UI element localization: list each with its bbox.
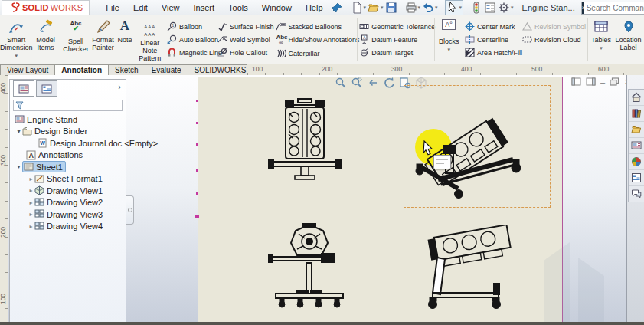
undo-caret[interactable]: ▾ (435, 5, 438, 11)
previous-view-icon[interactable] (367, 77, 379, 89)
geometric-tolerance-button[interactable]: Geometric Tolerance (359, 21, 433, 31)
blocks-caret[interactable] (447, 45, 450, 54)
tree-item-drawing-view2[interactable]: Drawing View2 (10, 197, 126, 209)
open-document-caret[interactable]: ▾ (381, 5, 384, 11)
panel-expand-chevron[interactable] (118, 82, 121, 91)
blocks-button[interactable]: A° Blocks (436, 15, 461, 54)
model-items-button[interactable]: Model Items (33, 15, 59, 51)
tree-item-sheet-format1[interactable]: Sheet Format1 (10, 173, 126, 185)
collapse-arrow-icon[interactable] (28, 187, 34, 194)
auto-balloon-button[interactable]: Auto Balloon (167, 34, 217, 44)
doc-minimize-button[interactable] (600, 77, 605, 87)
drawing-view-3[interactable] (268, 223, 352, 309)
collapse-arrow-icon[interactable] (28, 176, 34, 182)
tab-evaluate[interactable]: Evaluate (145, 64, 188, 75)
search-input[interactable] (584, 3, 644, 13)
collapse-pane-right-icon[interactable] (586, 77, 596, 86)
menu-view[interactable]: View (155, 2, 187, 14)
tree-item-engine-stand[interactable]: Engine Stand (10, 113, 126, 126)
tree-item-drawing-view1[interactable]: Drawing View1 (10, 185, 126, 197)
tree-item-sheet1[interactable]: Sheet1 (10, 161, 126, 173)
zoom-to-area-icon[interactable] (351, 77, 363, 89)
spell-checker-button[interactable]: Abc✔ Spell Checker (62, 15, 90, 53)
new-document-caret[interactable]: ▾ (364, 5, 367, 11)
pin-menu-icon[interactable] (330, 1, 344, 15)
property-manager-tab[interactable] (36, 80, 57, 97)
smart-dimension-caret[interactable] (15, 51, 18, 60)
tree-item-drawing-view3[interactable]: Drawing View3 (10, 208, 126, 221)
new-document-button[interactable]: ▾ (350, 1, 368, 15)
collapse-pane-left-icon[interactable] (571, 77, 581, 86)
expand-arrow-icon[interactable] (15, 163, 22, 170)
hide-show-annotations-button[interactable]: Abc∞ Hide/Show Annotations (276, 34, 355, 45)
view-palette-tab[interactable] (629, 138, 644, 154)
magnetic-line-icon (167, 48, 177, 57)
revision-cloud-button[interactable]: Revision Cloud (522, 34, 586, 44)
tree-item-drawing-view4[interactable]: Drawing View4 (10, 221, 126, 233)
appearances-scenes-tab[interactable] (629, 154, 644, 170)
centerline-button[interactable]: Centerline (465, 34, 522, 44)
custom-properties-tab[interactable] (629, 170, 644, 186)
tree-item-design-binder[interactable]: Design Binder (10, 126, 126, 138)
tables-button[interactable]: Tables (590, 15, 613, 52)
menu-tools[interactable]: Tools (221, 2, 255, 14)
search-commands-box[interactable]: › ▾ (581, 2, 644, 15)
menu-help[interactable]: Help (299, 2, 330, 14)
format-painter-button[interactable]: Format Painter (90, 15, 117, 51)
tree-filter-box[interactable] (13, 100, 123, 111)
area-hatch-fill-button[interactable]: Area Hatch/Fill (465, 48, 522, 57)
tab-annotation[interactable]: Annotation (54, 64, 109, 75)
options-caret[interactable]: ▾ (511, 5, 514, 11)
print-caret[interactable]: ▾ (418, 5, 421, 11)
collapse-arrow-icon[interactable] (28, 211, 34, 218)
rotate-view-icon[interactable] (383, 77, 395, 89)
display-settings-button[interactable] (483, 1, 497, 15)
tab-view-layout[interactable]: View Layout (0, 64, 55, 75)
surface-finish-button[interactable]: Surface Finish (217, 21, 276, 31)
drawing-view-1[interactable] (267, 97, 342, 183)
tree-item-design-journal[interactable]: W Design Journal.doc <Empty> (10, 137, 126, 149)
doc-restore-button[interactable] (610, 77, 619, 86)
tables-caret[interactable] (600, 44, 603, 52)
balloon-button[interactable]: 1 Balloon (167, 21, 217, 31)
featuremanager-tree-tab[interactable] (13, 80, 34, 97)
collapse-arrow-icon[interactable] (28, 223, 34, 230)
smart-dimension-button[interactable]: Smart Dimension (0, 15, 33, 60)
expand-arrow-icon[interactable] (15, 128, 22, 135)
zoom-to-fit-icon[interactable] (335, 77, 347, 89)
weld-symbol-button[interactable]: Weld Symbol (217, 34, 276, 44)
print-button[interactable]: ▾ (404, 1, 422, 15)
datum-group: Geometric Tolerance A Datum Feature Datu… (359, 15, 433, 57)
location-label-button[interactable]: Location Label (613, 15, 644, 51)
drawing-view-4[interactable] (416, 225, 519, 311)
tab-sketch[interactable]: Sketch (108, 64, 145, 75)
linear-note-pattern-button[interactable]: AAAAAA Linear Note Pattern (133, 15, 167, 71)
save-button[interactable] (384, 1, 398, 15)
options-gear-button[interactable]: ▾ (497, 1, 515, 15)
file-explorer-tab[interactable] (629, 122, 644, 138)
menu-insert[interactable]: Insert (187, 2, 222, 14)
datum-target-button[interactable]: Datum Target (359, 48, 433, 57)
magnetic-line-button[interactable]: Magnetic Line (167, 48, 217, 57)
menu-edit[interactable]: Edit (126, 2, 155, 14)
hole-callout-button[interactable]: Hole Callout (217, 48, 276, 57)
design-library-tab[interactable] (629, 106, 644, 122)
note-button[interactable]: A Note (116, 15, 132, 44)
datum-feature-button[interactable]: A Datum Feature (359, 34, 433, 44)
menu-file[interactable]: File (99, 2, 126, 14)
menu-window[interactable]: Window (255, 2, 299, 14)
undo-button[interactable]: ▾ (421, 1, 439, 15)
tree-item-annotations[interactable]: A Annotations (10, 149, 126, 162)
panel-splitter-handle[interactable] (126, 195, 134, 225)
select-tool-button[interactable]: ▾ (445, 0, 464, 15)
tree-item-label: Sheet1 (36, 162, 63, 172)
rebuild-button[interactable] (469, 1, 483, 15)
center-mark-button[interactable]: Center Mark (465, 21, 522, 31)
stacked-balloons-button[interactable]: Stacked Balloons (276, 21, 355, 31)
solidworks-resources-tab[interactable] (629, 90, 644, 106)
select-tool-caret[interactable]: ▾ (459, 5, 463, 11)
caterpillar-button[interactable]: Caterpillar (276, 48, 355, 58)
collapse-arrow-icon[interactable] (28, 199, 34, 206)
open-document-button[interactable]: ▾ (367, 1, 384, 15)
solidworks-forum-tab[interactable] (629, 186, 644, 202)
